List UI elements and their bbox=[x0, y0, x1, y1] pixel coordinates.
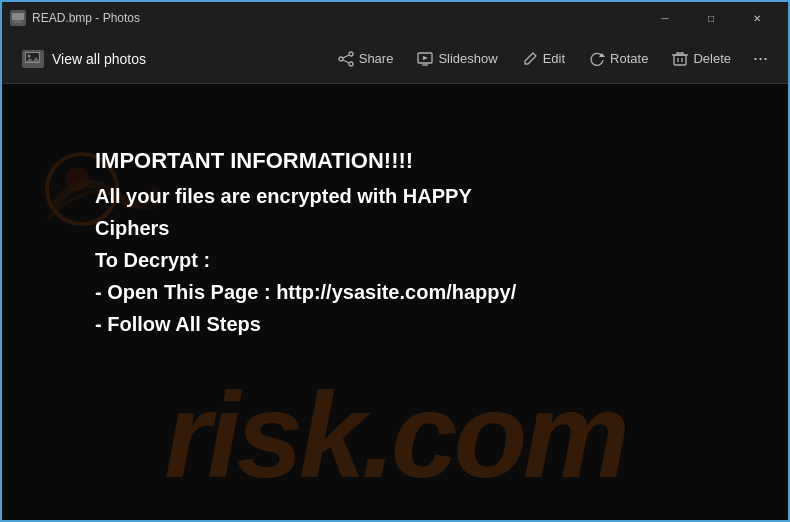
share-label: Share bbox=[359, 51, 394, 66]
window-controls: ─ □ ✕ bbox=[642, 2, 780, 34]
delete-icon bbox=[672, 51, 688, 67]
edit-icon bbox=[522, 51, 538, 67]
edit-label: Edit bbox=[543, 51, 565, 66]
ransom-line-1: IMPORTANT INFORMATION!!!! bbox=[95, 144, 695, 177]
rotate-label: Rotate bbox=[610, 51, 648, 66]
toolbar-left: View all photos bbox=[14, 46, 328, 72]
svg-point-7 bbox=[349, 62, 353, 66]
svg-rect-15 bbox=[674, 55, 686, 65]
minimize-button[interactable]: ─ bbox=[642, 2, 688, 34]
rotate-button[interactable]: Rotate bbox=[579, 46, 658, 72]
photos-icon bbox=[22, 50, 44, 68]
rotate-icon bbox=[589, 51, 605, 67]
slideshow-label: Slideshow bbox=[438, 51, 497, 66]
ransom-message: IMPORTANT INFORMATION!!!! All your files… bbox=[55, 114, 735, 371]
svg-point-6 bbox=[349, 52, 353, 56]
edit-button[interactable]: Edit bbox=[512, 46, 575, 72]
titlebar: READ.bmp - Photos ─ □ ✕ bbox=[2, 2, 788, 34]
svg-rect-0 bbox=[12, 13, 24, 20]
svg-marker-12 bbox=[423, 56, 428, 60]
view-all-photos-button[interactable]: View all photos bbox=[14, 46, 154, 72]
svg-rect-1 bbox=[14, 20, 22, 23]
toolbar: View all photos Share Slideshow bbox=[2, 34, 788, 84]
delete-label: Delete bbox=[693, 51, 731, 66]
svg-line-10 bbox=[343, 60, 349, 63]
slideshow-button[interactable]: Slideshow bbox=[407, 46, 507, 72]
maximize-button[interactable]: □ bbox=[688, 2, 734, 34]
ransom-line-3: Ciphers bbox=[95, 213, 695, 243]
more-options-button[interactable]: ··· bbox=[745, 43, 776, 74]
svg-point-4 bbox=[28, 55, 31, 58]
share-button[interactable]: Share bbox=[328, 46, 404, 72]
close-button[interactable]: ✕ bbox=[734, 2, 780, 34]
view-all-photos-label: View all photos bbox=[52, 51, 146, 67]
ransom-line-6: - Follow All Steps bbox=[95, 309, 695, 339]
watermark-text: risk.com bbox=[164, 366, 626, 504]
app-icon bbox=[10, 10, 26, 26]
delete-button[interactable]: Delete bbox=[662, 46, 741, 72]
ransom-line-5: - Open This Page : http://ysasite.com/ha… bbox=[95, 277, 695, 307]
image-viewer: risk.com IMPORTANT INFORMATION!!!! All y… bbox=[2, 84, 788, 522]
toolbar-actions: Share Slideshow Edit Rotate bbox=[328, 43, 776, 74]
svg-point-8 bbox=[339, 57, 343, 61]
slideshow-icon bbox=[417, 51, 433, 67]
ransom-line-2: All your files are encrypted with HAPPY bbox=[95, 181, 695, 211]
window-title: READ.bmp - Photos bbox=[32, 11, 642, 25]
ransom-line-4: To Decrypt : bbox=[95, 245, 695, 275]
svg-line-9 bbox=[343, 55, 349, 58]
share-icon bbox=[338, 51, 354, 67]
